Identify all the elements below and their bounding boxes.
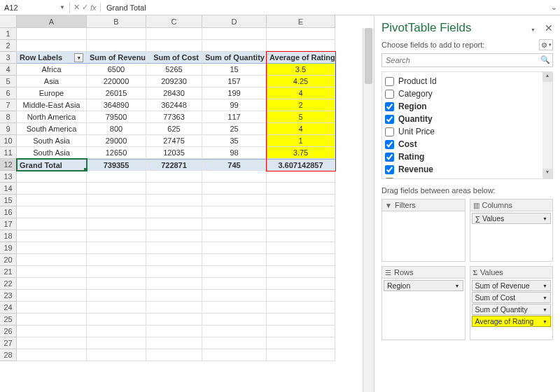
- cell[interactable]: 4.25: [267, 76, 335, 88]
- row-header[interactable]: 21: [0, 266, 17, 278]
- cell[interactable]: [17, 206, 87, 218]
- cell[interactable]: [267, 171, 335, 183]
- cell[interactable]: 3.607142857: [267, 159, 335, 171]
- cell[interactable]: 209230: [146, 76, 202, 88]
- cell[interactable]: [267, 254, 335, 266]
- field-item[interactable]: Quantity: [384, 113, 551, 125]
- row-header[interactable]: 3: [0, 52, 17, 64]
- row-header[interactable]: 2: [0, 40, 17, 52]
- cell[interactable]: 26015: [87, 88, 146, 99]
- area-pill[interactable]: ∑ Values▼: [472, 213, 552, 224]
- cell[interactable]: [17, 230, 87, 242]
- cell[interactable]: [17, 195, 87, 206]
- cell[interactable]: [87, 302, 146, 314]
- cell[interactable]: [17, 326, 87, 337]
- pane-menu-icon[interactable]: ▼: [531, 27, 536, 32]
- cell[interactable]: [17, 278, 87, 290]
- expand-formula-bar-icon[interactable]: ⌄: [547, 3, 560, 12]
- field-item[interactable]: Cost: [384, 138, 551, 150]
- cell[interactable]: [87, 314, 146, 326]
- cell[interactable]: 722871: [146, 159, 202, 171]
- col-header-E[interactable]: E: [267, 15, 335, 28]
- cell[interactable]: 117: [202, 111, 267, 123]
- cell[interactable]: 29000: [87, 135, 146, 147]
- cell[interactable]: [202, 254, 267, 266]
- field-checkbox[interactable]: [385, 153, 394, 162]
- field-item[interactable]: Product Id: [384, 75, 551, 88]
- scroll-down-icon[interactable]: ▾: [542, 169, 552, 178]
- cell[interactable]: [146, 278, 202, 290]
- cell[interactable]: Middle-East Asia: [17, 99, 87, 111]
- row-header[interactable]: 15: [0, 195, 17, 206]
- cell[interactable]: 28430: [146, 88, 202, 99]
- cell[interactable]: 5: [267, 111, 335, 123]
- col-header-D[interactable]: D: [202, 15, 267, 28]
- row-header[interactable]: 24: [0, 302, 17, 314]
- cell[interactable]: 27475: [146, 135, 202, 147]
- field-item[interactable]: Rating: [384, 150, 551, 163]
- cell[interactable]: [17, 242, 87, 254]
- area-pill[interactable]: Sum of Cost▼: [472, 292, 552, 303]
- cell[interactable]: [267, 302, 335, 314]
- row-header[interactable]: 23: [0, 290, 17, 302]
- cell[interactable]: [17, 337, 87, 349]
- cell[interactable]: 739355: [87, 159, 146, 171]
- cell[interactable]: [202, 28, 267, 40]
- pill-dropdown-icon[interactable]: ▼: [542, 319, 547, 324]
- field-checkbox[interactable]: [385, 165, 394, 174]
- cell[interactable]: 12035: [146, 147, 202, 159]
- cell[interactable]: Sum of Revenue: [87, 52, 146, 64]
- cell[interactable]: 79500: [87, 111, 146, 123]
- cell[interactable]: [87, 242, 146, 254]
- cell[interactable]: 5265: [146, 64, 202, 76]
- cell[interactable]: 99: [202, 99, 267, 111]
- cell[interactable]: [267, 230, 335, 242]
- cell[interactable]: [202, 206, 267, 218]
- cell[interactable]: [146, 266, 202, 278]
- row-header[interactable]: 9: [0, 123, 17, 135]
- cell[interactable]: [267, 40, 335, 52]
- row-header[interactable]: 28: [0, 349, 17, 361]
- cell[interactable]: North America: [17, 111, 87, 123]
- cell[interactable]: [146, 326, 202, 337]
- field-item[interactable]: Region: [384, 100, 551, 113]
- field-checkbox[interactable]: [385, 77, 394, 86]
- cell[interactable]: [87, 349, 146, 361]
- cell[interactable]: [17, 302, 87, 314]
- cell[interactable]: [202, 242, 267, 254]
- cell[interactable]: Grand Total: [17, 159, 87, 171]
- cell[interactable]: [146, 218, 202, 230]
- cell[interactable]: 157: [202, 76, 267, 88]
- field-search[interactable]: 🔍: [382, 53, 553, 67]
- cell[interactable]: 98: [202, 147, 267, 159]
- cell[interactable]: [87, 254, 146, 266]
- cell[interactable]: [17, 28, 87, 40]
- fields-list[interactable]: Product IdCategoryRegionQuantityUnit Pri…: [382, 71, 553, 179]
- rows-area[interactable]: ☰Rows Region▼: [382, 266, 465, 340]
- field-checkbox[interactable]: [385, 178, 394, 180]
- cell[interactable]: [87, 218, 146, 230]
- cancel-icon[interactable]: ✕: [74, 3, 80, 12]
- area-pill[interactable]: Average of Rating▼: [472, 316, 552, 327]
- pill-dropdown-icon[interactable]: ▼: [542, 216, 547, 221]
- cell[interactable]: 77363: [146, 111, 202, 123]
- row-header[interactable]: 27: [0, 337, 17, 349]
- cell[interactable]: [146, 349, 202, 361]
- row-header[interactable]: 26: [0, 326, 17, 337]
- cell[interactable]: [87, 40, 146, 52]
- pill-dropdown-icon[interactable]: ▼: [542, 295, 547, 300]
- cell[interactable]: 364890: [87, 99, 146, 111]
- cell[interactable]: 15: [202, 64, 267, 76]
- cell[interactable]: [87, 195, 146, 206]
- cell[interactable]: [87, 337, 146, 349]
- field-checkbox[interactable]: [385, 127, 394, 136]
- field-checkbox[interactable]: [385, 115, 394, 124]
- cell[interactable]: [146, 314, 202, 326]
- cell[interactable]: 25: [202, 123, 267, 135]
- cell[interactable]: [87, 278, 146, 290]
- row-header[interactable]: 7: [0, 99, 17, 111]
- row-header[interactable]: 20: [0, 254, 17, 266]
- row-header[interactable]: 12: [0, 159, 17, 171]
- row-header[interactable]: 4: [0, 64, 17, 76]
- cell[interactable]: Row Labels▾: [17, 52, 87, 64]
